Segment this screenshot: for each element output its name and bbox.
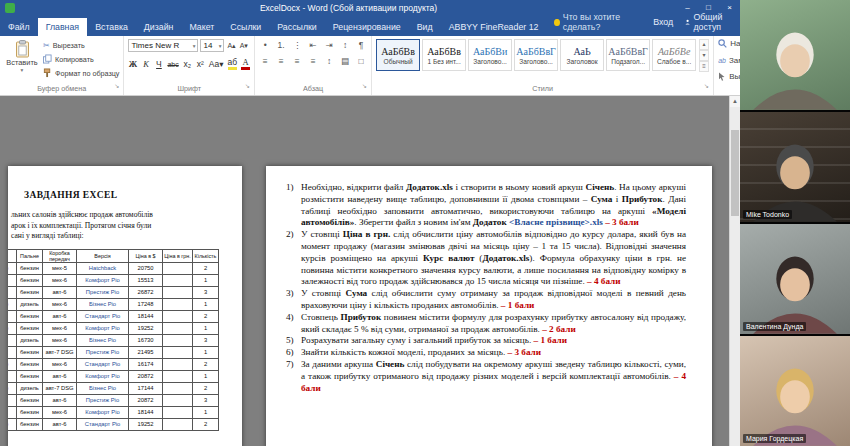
- table-cell: мех-6: [43, 406, 77, 418]
- app-icon: [5, 3, 15, 13]
- ribbon-tab[interactable]: Вид: [409, 18, 441, 36]
- select-button[interactable]: Выделить ▾: [718, 72, 740, 81]
- style-preview: АаБбВв: [427, 45, 461, 58]
- column-header: Коробка передач: [43, 249, 77, 262]
- style-label: Заголово...: [473, 58, 507, 65]
- participant-tile[interactable]: Мария Гордецкая: [740, 336, 850, 446]
- styles-group: АаБбВвОбычныйАаБбВв1 Без инт...АаБбВиЗаг…: [372, 36, 714, 95]
- line-spacing-button[interactable]: ↕: [323, 55, 335, 67]
- font-size-select[interactable]: 14 ▾: [200, 39, 224, 52]
- justify-button[interactable]: ≡: [307, 55, 319, 67]
- style-label: Обычный: [384, 58, 413, 65]
- car-table-body: 105 к.с. (77 кВт)бензинмех-5Hatchback207…: [8, 262, 219, 430]
- table-cell: 19252: [129, 322, 163, 334]
- bold-button[interactable]: Ж: [128, 59, 137, 70]
- document-page-right[interactable]: 1)Необхідно, відкрити файл Додаток.xls і…: [266, 166, 712, 446]
- grow-font-button[interactable]: А▴: [226, 42, 236, 50]
- participant-tile[interactable]: [740, 0, 850, 110]
- paste-label: Вставить: [6, 58, 37, 67]
- table-row: 105 к.с. (77 кВт)дизельавт-7 DSGБізнес Р…: [8, 382, 219, 394]
- search-icon: [718, 39, 727, 48]
- ribbon-tab[interactable]: Макет: [181, 18, 222, 36]
- ribbon-tab[interactable]: Файл: [0, 18, 38, 36]
- style-card[interactable]: АаБбВиЗаголово...: [468, 39, 512, 71]
- borders-button[interactable]: □: [355, 55, 367, 67]
- style-card[interactable]: АаЬЗаголовок: [560, 39, 604, 71]
- increase-indent-button[interactable]: ⇥: [323, 39, 335, 51]
- table-cell: авт-7 DSG: [43, 382, 77, 394]
- font-family-select[interactable]: Times New R ▾: [128, 39, 198, 52]
- table-cell: 26872: [129, 286, 163, 298]
- align-right-button[interactable]: ≡: [291, 55, 303, 67]
- format-painter-button[interactable]: Формат по образцу: [43, 67, 119, 79]
- ribbon-tab[interactable]: Главная: [38, 18, 87, 36]
- styles-more-icon[interactable]: ≡: [699, 61, 709, 72]
- vertical-scrollbar[interactable]: ▲: [729, 96, 740, 446]
- intro-paragraph: льних салонів здійснює продаж автомобілі…: [11, 210, 242, 242]
- style-card[interactable]: АаБбВвОбычный: [376, 39, 420, 71]
- table-cell: авт-6: [43, 370, 77, 382]
- ribbon-tab[interactable]: Рецензирование: [325, 18, 409, 36]
- select-label: Выделить: [729, 72, 740, 81]
- shading-button[interactable]: ▤: [339, 55, 351, 67]
- find-button[interactable]: Найти ▾: [718, 39, 740, 48]
- table-cell: [8, 310, 17, 322]
- multilevel-list-button[interactable]: ⋮: [291, 39, 303, 51]
- sign-in-button[interactable]: Вход: [653, 17, 673, 27]
- font-group-label: Шрифт: [177, 84, 201, 93]
- paragraph-dialog-launcher-icon[interactable]: ↘: [362, 80, 367, 93]
- change-case-button[interactable]: Аа▾: [209, 59, 224, 70]
- ribbon-tab[interactable]: Ссылки: [222, 18, 269, 36]
- share-button[interactable]: Общий доступ: [685, 12, 732, 32]
- tell-me-box[interactable]: Что вы хотите сделать?: [546, 8, 645, 36]
- replace-button[interactable]: ab Заменить: [718, 56, 740, 65]
- table-cell: [163, 274, 193, 286]
- scrollbar-thumb[interactable]: [731, 130, 739, 216]
- text-highlight-button[interactable]: аб: [228, 58, 238, 70]
- decrease-indent-button[interactable]: ⇤: [307, 39, 319, 51]
- styles-dialog-launcher-icon[interactable]: ↘: [704, 80, 709, 93]
- styles-down-icon[interactable]: ▾: [699, 50, 709, 61]
- style-card[interactable]: АаБбВеСлабое в...: [652, 39, 696, 71]
- cut-button[interactable]: ✂ Вырезать: [43, 39, 119, 51]
- shrink-font-button[interactable]: А▾: [239, 42, 249, 50]
- table-cell: 105 к.с. (77 кВт): [8, 382, 17, 394]
- align-left-button[interactable]: ≡: [259, 55, 271, 67]
- participant-tile[interactable]: Mike Todonko: [740, 112, 850, 222]
- ribbon-tab[interactable]: Дизайн: [136, 18, 182, 36]
- copy-button[interactable]: Копировать: [43, 53, 119, 65]
- table-cell: мех-6: [43, 298, 77, 310]
- align-center-button[interactable]: ≡: [275, 55, 287, 67]
- pilcrow-button[interactable]: ¶: [355, 39, 367, 51]
- font-color-button[interactable]: А: [241, 58, 250, 70]
- strikethrough-button[interactable]: abc: [167, 59, 178, 70]
- table-cell: бензин: [17, 322, 43, 334]
- ribbon-tab[interactable]: ABBYY FineReader 12: [441, 18, 547, 36]
- participant-tile[interactable]: Валентина Дунда: [740, 224, 850, 334]
- style-card[interactable]: АаБбВв1 Без инт...: [422, 39, 466, 71]
- scroll-up-icon[interactable]: ▲: [730, 96, 740, 107]
- style-card[interactable]: АаБбВвГПодзагол...: [606, 39, 650, 71]
- ribbon-tab[interactable]: Вставка: [87, 18, 136, 36]
- table-cell: 3: [193, 334, 219, 346]
- styles-up-icon[interactable]: ▴: [699, 39, 709, 50]
- clipboard-dialog-launcher-icon[interactable]: ↘: [114, 80, 119, 93]
- italic-button[interactable]: К: [141, 59, 150, 70]
- task-number: 4): [286, 312, 301, 336]
- table-cell: 15513: [129, 274, 163, 286]
- document-page-left[interactable]: ЗАВДАННЯ EXCEL льних салонів здійснює пр…: [8, 166, 242, 446]
- paste-button[interactable]: Вставить ▾: [4, 39, 40, 73]
- sort-button[interactable]: ↕: [339, 39, 351, 51]
- numbering-button[interactable]: 1.: [275, 39, 287, 51]
- superscript-button[interactable]: x²: [196, 59, 205, 70]
- task-text: У стовпці Ціна в грн. слід обчислити цін…: [301, 229, 686, 288]
- underline-button[interactable]: Ч: [154, 59, 163, 70]
- style-card[interactable]: АаБбВвГЗаголово...: [514, 39, 558, 71]
- table-cell: [163, 322, 193, 334]
- font-dialog-launcher-icon[interactable]: ↘: [245, 80, 250, 93]
- bullets-button[interactable]: •: [259, 39, 271, 51]
- subscript-button[interactable]: x₂: [183, 59, 192, 70]
- quick-access-toolbar: [0, 3, 20, 13]
- ribbon-tab[interactable]: Рассылки: [269, 18, 324, 36]
- table-cell: Престиж Ріо: [77, 286, 129, 298]
